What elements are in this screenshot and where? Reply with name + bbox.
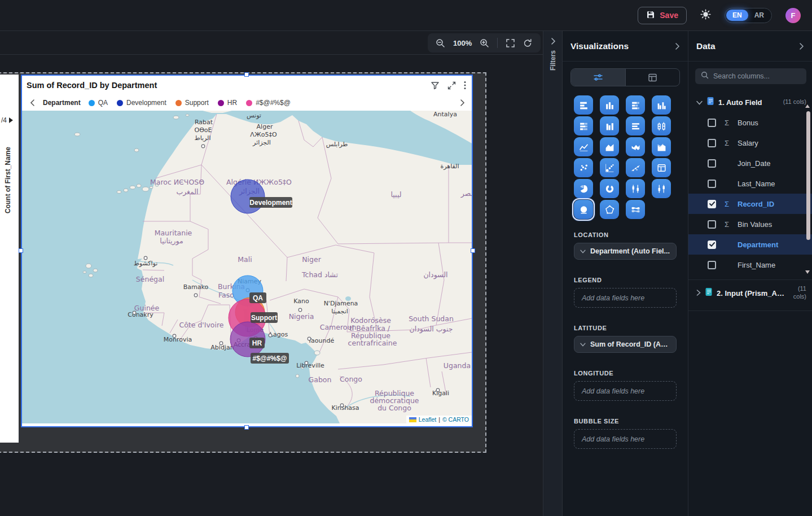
reset-view-button[interactable]: [523, 38, 533, 48]
data-scrollbar-thumb[interactable]: [806, 111, 810, 240]
pager-next-icon: [9, 117, 13, 123]
section-label: LOCATION: [574, 231, 677, 238]
widget-title: Sum of Record_ID by Department: [27, 81, 431, 90]
dashboard-canvas[interactable]: /4 Count of First_Name Sum of Record_ID …: [0, 55, 543, 516]
checkbox-unchecked[interactable]: [708, 220, 716, 229]
field-row-last-name[interactable]: Last_Name: [688, 173, 812, 194]
legend-prev-icon[interactable]: [30, 99, 35, 106]
attribution-separator: |: [438, 416, 440, 423]
checkbox-unchecked[interactable]: [708, 180, 716, 188]
avatar[interactable]: F: [785, 8, 801, 23]
legend-item[interactable]: Development: [117, 99, 166, 107]
theme-toggle-button[interactable]: [700, 9, 711, 21]
field-row-record-id[interactable]: ΣRecord_ID: [688, 194, 812, 214]
expand-icon[interactable]: [447, 81, 456, 90]
search-columns-input[interactable]: [713, 72, 798, 80]
save-label: Save: [660, 11, 678, 20]
zoom-out-button[interactable]: [436, 38, 445, 48]
legend-item[interactable]: #$@#%$@: [246, 99, 291, 107]
column-chart-icon[interactable]: [600, 95, 619, 115]
stacked-bar-chart-icon[interactable]: [626, 95, 645, 115]
donut-chart-icon[interactable]: [600, 179, 619, 198]
bubble-development[interactable]: [231, 180, 265, 213]
grouped-column-chart-icon[interactable]: [652, 95, 671, 115]
legend-item[interactable]: HR: [218, 99, 237, 107]
range-area-chart-icon[interactable]: [626, 137, 645, 156]
field-row-bonus[interactable]: ΣBonus: [688, 112, 812, 133]
legend-item[interactable]: QA: [89, 99, 108, 107]
legend-item[interactable]: Support: [175, 99, 209, 107]
table-row-input-prism[interactable]: 2. Input (Prism_AutoFiel... (11 cols): [688, 280, 812, 306]
save-button[interactable]: Save: [638, 7, 687, 24]
field-dropzone[interactable]: Add data fields here: [574, 288, 677, 308]
radar-chart-icon[interactable]: [600, 200, 619, 219]
field-row-bin-values[interactable]: ΣBin Values: [688, 214, 812, 234]
carto-link[interactable]: © CARTO: [442, 416, 469, 423]
candlestick-chart-icon[interactable]: [626, 179, 645, 198]
map-widget[interactable]: Sum of Record_ID by Department: [21, 75, 473, 427]
map-label: Alger: [257, 123, 273, 130]
leaflet-link[interactable]: Leaflet: [419, 416, 437, 423]
filters-expand-icon[interactable]: [550, 38, 556, 45]
fit-screen-button[interactable]: [506, 38, 515, 48]
field-dropzone[interactable]: Add data fields here: [574, 381, 677, 401]
checkbox-checked[interactable]: [708, 240, 716, 249]
filled-area-chart-icon[interactable]: [652, 137, 671, 156]
leaflet-map[interactable]: Maroc ИЄЧОЅΘالمغربAlgérie ИЖЖо5‡Оالجزائر…: [22, 111, 472, 423]
field-pill[interactable]: Department (Auto Fiel...: [574, 243, 677, 260]
visualizations-collapse-icon[interactable]: [675, 43, 680, 50]
checkbox-unchecked[interactable]: [708, 139, 716, 147]
field-row-join-date[interactable]: Join_Date: [688, 153, 812, 173]
tab-chart-settings[interactable]: [571, 69, 625, 86]
bubble-chart-icon[interactable]: [600, 158, 619, 177]
widget-pager[interactable]: /4: [1, 116, 13, 124]
field-dropzone[interactable]: Add data fields here: [574, 429, 677, 449]
checkbox-checked[interactable]: [708, 200, 716, 208]
checkbox-unchecked[interactable]: [708, 119, 716, 127]
field-row-department[interactable]: Department: [688, 234, 812, 255]
partial-left-widget[interactable]: /4 Count of First_Name: [0, 75, 19, 443]
area-chart-icon[interactable]: [600, 137, 619, 156]
zoom-in-button[interactable]: [480, 38, 489, 48]
resize-handle-bottom[interactable]: [244, 425, 249, 430]
resize-handle-top[interactable]: [244, 72, 249, 77]
scroll-down-arrow[interactable]: [805, 270, 810, 274]
ohlc-chart-icon[interactable]: [652, 179, 671, 198]
field-row-salary[interactable]: ΣSalary: [688, 133, 812, 153]
data-collapse-icon[interactable]: [799, 43, 804, 50]
lang-ar-button[interactable]: AR: [748, 10, 770, 21]
stream-chart-icon[interactable]: [626, 200, 645, 219]
map-label: موريتانيا: [160, 237, 183, 246]
sigma-icon: Σ: [723, 139, 731, 147]
pivot-table-icon[interactable]: [652, 158, 671, 177]
scatter-line-chart-icon[interactable]: [626, 158, 645, 177]
tab-format[interactable]: [625, 69, 680, 86]
resize-handle-left[interactable]: [19, 248, 23, 253]
resize-handle-right[interactable]: [471, 248, 475, 253]
legend-dot: [175, 100, 182, 106]
legend-label: #$@#%$@: [256, 99, 291, 107]
kebab-menu-icon[interactable]: [464, 81, 466, 90]
divider: [688, 311, 812, 311]
stacked-bar-100-icon[interactable]: [574, 116, 593, 135]
scroll-up-arrow[interactable]: [805, 104, 810, 108]
visualizations-panel: Visualizations LOCATIONDepartment (Auto …: [563, 31, 688, 516]
map-label: centrafricaine: [348, 339, 397, 347]
bubble-map-icon[interactable]: [574, 200, 593, 219]
filter-icon[interactable]: [431, 81, 440, 90]
checkbox-unchecked[interactable]: [708, 159, 716, 168]
table-row-auto-field[interactable]: 1. Auto Field (11 cols): [688, 92, 812, 112]
line-chart-icon[interactable]: [574, 137, 593, 156]
scatter-plot-icon[interactable]: [574, 158, 593, 177]
bar-chart-icon[interactable]: [574, 95, 593, 115]
field-row-first-name[interactable]: First_Name: [688, 255, 812, 275]
box-plot-icon[interactable]: [652, 116, 671, 135]
paired-column-chart-icon[interactable]: [600, 116, 619, 135]
checkbox-unchecked[interactable]: [708, 261, 716, 269]
pie-chart-icon[interactable]: [574, 179, 593, 198]
field-pill[interactable]: Sum of Record_ID (Au...: [574, 336, 677, 353]
bar-lines-chart-icon[interactable]: [626, 116, 645, 135]
legend-next-icon[interactable]: [460, 99, 465, 106]
section-label: LONGITUDE: [574, 370, 677, 377]
lang-en-button[interactable]: EN: [726, 10, 748, 21]
